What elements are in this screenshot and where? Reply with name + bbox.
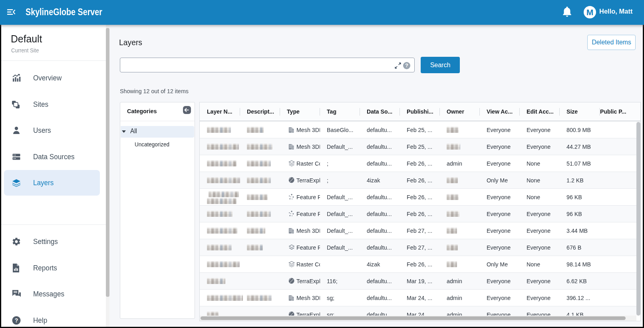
svg-text:?: ?	[15, 317, 18, 324]
